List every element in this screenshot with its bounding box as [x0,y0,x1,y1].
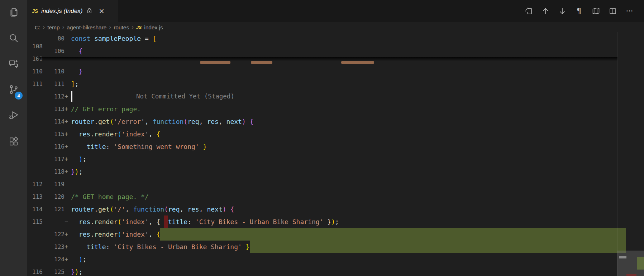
split-editor-icon[interactable] [606,5,619,18]
code-token: } [327,216,331,228]
code-line[interactable]: 110110 } [27,65,644,78]
code-token: ) [79,253,83,266]
code-line[interactable]: 115+ res.render('index', { [27,128,644,140]
clipped-line-fragment [200,61,230,64]
sidebar-item-run-debug[interactable] [0,103,27,129]
code-token: '/error' [114,115,145,128]
sticky-line[interactable]: 106 { [45,45,617,57]
sidebar-item-extensions[interactable] [0,129,27,155]
code-line[interactable]: 122+ res.render('index', { [27,228,644,241]
code-token: 'City Bikes - Urban Bike Sharing' [195,216,324,228]
code-token: 'index' [121,216,149,228]
code-token: ) [75,266,79,276]
code-token: ) [79,153,83,165]
line-content: res.render('index', { [71,128,626,140]
code-line[interactable]: 116+ title: 'Something went wrong' } [27,140,644,153]
code-line[interactable]: 116125}); [27,266,644,276]
close-icon[interactable]: ✕ [99,7,104,15]
gutter-original-line [27,90,43,103]
code-token: ( [164,203,168,216]
gutter-original-line: 110 [27,65,43,78]
breadcrumb-item[interactable]: agent-bikeshare [67,24,106,31]
code-token: 'index' [121,228,149,241]
activity-bar: 4 [0,0,27,276]
code-line[interactable]: 111111]; [27,78,644,90]
line-content: }); [71,266,626,276]
code-token [246,115,250,128]
code-token [71,153,79,165]
gutter-modified-line: 112 [43,90,65,103]
sidebar-item-source-control[interactable]: 4 [0,77,27,103]
code-token: { [230,203,234,216]
more-actions-icon[interactable]: ··· [623,5,636,18]
code-line[interactable]: 112119 [27,178,644,190]
sidebar-item-explorer[interactable] [0,0,27,26]
code-token: } [71,165,75,178]
gutter-modified-line: 110 [43,65,65,78]
overview-ruler-removed-mark [626,274,636,276]
sticky-line[interactable]: 80const samplePeople = [ [45,32,617,45]
breadcrumb-item[interactable]: C: [35,24,40,31]
run-debug-icon [8,110,19,122]
code-token: get [98,203,110,216]
code-line[interactable]: 113120/* GET home page. */ [27,190,644,203]
chevron-right-icon: › [132,24,134,31]
code-token: render [94,128,118,140]
code-token: function [133,203,164,216]
previous-change-icon[interactable] [539,5,552,18]
code-line[interactable]: 117+ ); [27,153,644,165]
code-line[interactable]: 115− res.render('index', { title: 'City … [27,216,644,228]
lock-icon [86,7,93,16]
line-content: title: 'City Bikes - Urban Bike Sharing'… [71,241,626,253]
map-icon[interactable] [589,5,602,18]
code-line[interactable]: 114+router.get('/error', function(req, r… [27,115,644,128]
javascript-file-icon: JS [136,25,142,30]
code-token: res [71,228,90,241]
code-token: = [141,32,153,45]
diff-sign: + [65,140,71,153]
code-token: ; [79,165,83,178]
code-line[interactable]: 112+Not Committed Yet (Staged) [27,90,644,103]
code-token: } [203,140,207,153]
tab-bar: JS index.js (Index) ✕ ¶ [27,0,644,22]
sticky-scroll[interactable]: 80const samplePeople = [106 { [45,32,617,57]
next-change-icon[interactable] [555,5,569,18]
diff-editor[interactable]: 110110 }111111];112+Not Committed Yet (S… [27,32,644,276]
code-token: . [94,203,98,216]
open-changes-icon[interactable] [522,5,535,18]
explorer-icon [8,7,19,19]
code-line[interactable]: 114121router.get('/', function(req, res,… [27,203,644,216]
line-content: } [71,65,626,78]
code-line[interactable]: 118+}); [27,165,644,178]
gutter-original-line: 111 [27,78,43,90]
tab-index-js[interactable]: JS index.js (Index) ✕ [27,0,118,22]
indent-guide [79,67,79,76]
breadcrumb-item[interactable]: temp [47,24,59,31]
code-token: , [180,203,188,216]
code-token: , [219,115,226,128]
line-content: ); [71,153,626,165]
code-line[interactable]: 113+// GET error page. [27,103,644,115]
diff-sign: + [65,165,71,178]
code-token: render [94,216,118,228]
code-token [226,203,230,216]
gutter-modified-line: 114 [43,115,65,128]
code-line[interactable]: 123+ title: 'City Bikes - Urban Bike Sha… [27,241,644,253]
diff-sign: + [65,241,71,253]
line-content: { [71,45,617,57]
line-content: const samplePeople = [ [71,32,617,45]
breadcrumb-item[interactable]: routes [114,24,129,31]
code-token: title [168,216,187,228]
breadcrumb-item-file[interactable]: index.js [144,24,163,31]
line-content: }); [71,165,626,178]
sidebar-item-search[interactable] [0,26,27,52]
scrollbar-track-edge [617,32,618,276]
line-content: // GET error page. [71,103,626,115]
render-whitespace-icon[interactable]: ¶ [572,5,586,18]
gutter-original-line: 113 [27,190,43,203]
code-token [90,32,94,45]
code-token: { [71,45,83,57]
code-line[interactable]: 124+ ); [27,253,644,266]
sidebar-item-chat[interactable] [0,52,27,77]
code-token: res [207,115,219,128]
